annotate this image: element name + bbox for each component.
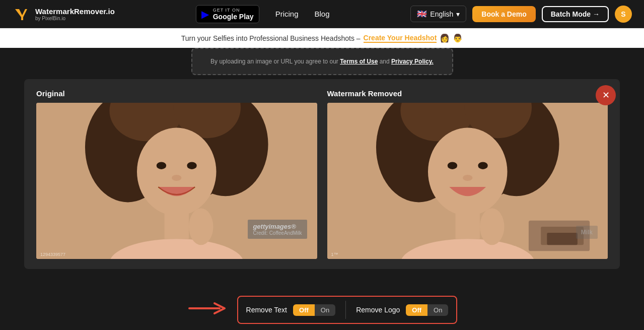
- remove-logo-on-button[interactable]: On: [427, 304, 448, 316]
- arrow-icon: [187, 301, 227, 316]
- svg-point-23: [447, 162, 457, 169]
- remove-logo-label: Remove Logo: [356, 306, 400, 314]
- svg-rect-21: [455, 209, 479, 239]
- close-icon: ✕: [602, 90, 610, 101]
- remove-text-off-button[interactable]: Off: [293, 304, 315, 316]
- upload-section: By uploading an image or URL you agree t…: [0, 48, 644, 79]
- batch-mode-button[interactable]: Batch Mode →: [542, 6, 609, 22]
- promo-emoji-2: 👨: [453, 33, 463, 43]
- svg-point-11: [187, 162, 196, 169]
- google-play-label: Google Play: [213, 13, 254, 21]
- svg-point-26: [479, 209, 504, 245]
- original-panel: Original: [36, 89, 317, 259]
- original-image: gettyimages® Credit: CoffeeAndMilk 12943…: [36, 103, 317, 259]
- promo-emoji-1: 👩: [440, 33, 450, 43]
- google-play-icon: ▶: [201, 8, 209, 20]
- watermark-original: gettyimages® Credit: CoffeeAndMilk: [248, 220, 307, 239]
- image-id-removed: 1™: [331, 252, 338, 257]
- remove-text-on-button[interactable]: On: [315, 304, 335, 316]
- user-avatar[interactable]: S: [615, 6, 632, 23]
- svg-rect-29: [547, 233, 578, 245]
- svg-point-24: [478, 162, 487, 169]
- get-it-on-label: GET IT ON: [213, 8, 254, 13]
- watermark-partial: Milk: [576, 226, 598, 239]
- watermark-partial-text: Milk: [581, 229, 593, 236]
- svg-point-10: [157, 162, 166, 169]
- book-demo-button[interactable]: Book a Demo: [472, 6, 535, 22]
- google-play-badge[interactable]: ▶ GET IT ON Google Play: [196, 5, 259, 23]
- bottom-controls: Remove Text Off On Remove Logo Off On: [0, 290, 644, 330]
- svg-rect-8: [165, 209, 189, 239]
- blog-link[interactable]: Blog: [314, 10, 329, 18]
- header: WatermarkRemover.io by PixelBin.io ▶ GET…: [0, 0, 644, 28]
- language-label: English: [430, 10, 453, 18]
- language-selector[interactable]: 🇬🇧 English ▾: [410, 6, 466, 22]
- image-id-original: 1294339577: [40, 252, 65, 257]
- svg-point-12: [172, 175, 181, 181]
- chevron-down-icon: ▾: [456, 10, 460, 18]
- flag-icon: 🇬🇧: [417, 9, 427, 19]
- terms-text: By uploading an image or URL you agree t…: [201, 58, 443, 65]
- remove-text-label: Remove Text: [246, 306, 287, 314]
- privacy-policy-link[interactable]: Privacy Policy.: [391, 58, 434, 65]
- watermark-main-text: gettyimages®: [253, 223, 302, 230]
- upload-box[interactable]: By uploading an image or URL you agree t…: [191, 48, 453, 75]
- terms-of-use-link[interactable]: Terms of Use: [340, 58, 378, 65]
- removed-label: Watermark Removed: [327, 89, 608, 98]
- svg-point-7: [137, 128, 217, 216]
- google-play-text: GET IT ON Google Play: [213, 8, 254, 21]
- original-label: Original: [36, 89, 317, 98]
- header-center: ▶ GET IT ON Google Play Pricing Blog: [196, 5, 330, 23]
- pricing-link[interactable]: Pricing: [275, 10, 299, 18]
- arrow-indicator: [187, 301, 227, 319]
- main-content: Original: [24, 79, 620, 269]
- header-right: 🇬🇧 English ▾ Book a Demo Batch Mode → S: [410, 6, 632, 23]
- removed-panel: Watermark Removed: [327, 89, 608, 259]
- removed-image: Milk 1™: [327, 103, 608, 259]
- promo-banner: Turn your Selfies into Professional Busi…: [0, 28, 644, 48]
- logo-title: WatermarkRemover.io: [35, 7, 115, 16]
- watermark-sub-text: Credit: CoffeeAndMilk: [253, 230, 302, 236]
- toggle-separator: [345, 301, 346, 319]
- toggle-controls-group: Remove Text Off On Remove Logo Off On: [237, 296, 458, 324]
- logo-text: WatermarkRemover.io by PixelBin.io: [35, 7, 115, 21]
- logo-subtitle: by PixelBin.io: [35, 16, 115, 21]
- svg-point-20: [427, 128, 507, 216]
- remove-logo-off-button[interactable]: Off: [406, 304, 427, 316]
- person-silhouette-removed: [327, 103, 608, 259]
- svg-point-13: [189, 209, 213, 245]
- svg-point-25: [463, 175, 472, 181]
- headshot-link[interactable]: Create Your Headshot: [364, 34, 437, 43]
- promo-text: Turn your Selfies into Professional Busi…: [181, 34, 361, 42]
- close-button[interactable]: ✕: [596, 85, 616, 105]
- images-container: Original: [36, 89, 608, 259]
- logo-icon: [12, 5, 30, 23]
- logo-area: WatermarkRemover.io by PixelBin.io: [12, 5, 115, 23]
- remove-logo-toggle: Off On: [406, 304, 448, 316]
- remove-text-toggle: Off On: [293, 304, 335, 316]
